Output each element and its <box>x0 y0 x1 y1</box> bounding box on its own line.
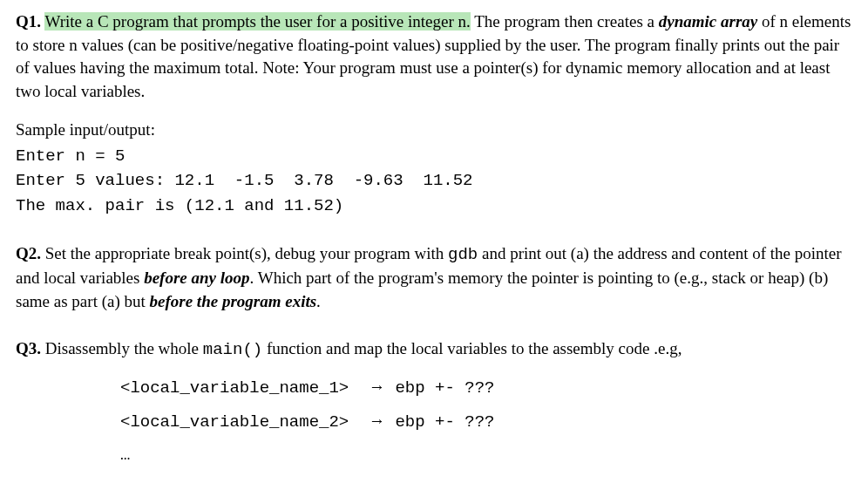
q2-label: Q2. <box>16 244 41 262</box>
sample-line-3: The max. pair is (12.1 and 11.52) <box>16 196 343 215</box>
q2-text-1: Set the appropriate break point(s), debu… <box>41 244 448 262</box>
q1-dynamic-array: dynamic array <box>659 12 757 31</box>
sample-line-2: Enter 5 values: 12.1 -1.5 3.78 -9.63 11.… <box>16 171 473 190</box>
q3-text-2: function and map the local variables to … <box>262 339 682 357</box>
arrow-icon: → <box>369 378 385 396</box>
sample-line-1: Enter n = 5 <box>16 146 125 166</box>
q3-text-1: Disassembly the whole <box>41 339 203 357</box>
q2-before-exits: before the program exits <box>150 292 317 310</box>
question-3: Q3. Disassembly the whole main() functio… <box>16 337 852 472</box>
local-var-2: <local_variable_name_2> <box>120 412 349 432</box>
local-var-1: <local_variable_name_1> <box>120 378 349 398</box>
q1-highlighted-text: Write a C program that prompts the user … <box>44 12 470 31</box>
question-2: Q2. Set the appropriate break point(s), … <box>16 242 852 313</box>
q2-text-4: . <box>316 292 321 310</box>
q3-label: Q3. <box>16 339 41 357</box>
q2-gdb: gdb <box>448 245 478 264</box>
q3-variable-mapping: <local_variable_name_1> → ebp +- ??? <lo… <box>120 371 852 472</box>
arrow-icon: → <box>369 412 385 430</box>
ebp-offset-1: ebp +- ??? <box>395 378 494 398</box>
q2-before-loop: before any loop <box>144 269 249 287</box>
mapping-row-2: <local_variable_name_2> → ebp +- ??? <box>120 405 852 439</box>
ebp-offset-2: ebp +- ??? <box>395 412 494 432</box>
q3-main: main() <box>203 340 262 359</box>
mapping-row-1: <local_variable_name_1> → ebp +- ??? <box>120 371 852 405</box>
sample-io-label: Sample input/output: <box>16 119 852 142</box>
q1-text-part1: The program then creates a <box>471 12 659 31</box>
question-1: Q1. Write a C program that prompts the u… <box>16 10 852 218</box>
ellipsis: … <box>120 439 852 472</box>
q1-label: Q1. <box>16 12 41 31</box>
sample-io-block: Enter n = 5 Enter 5 values: 12.1 -1.5 3.… <box>16 144 852 219</box>
